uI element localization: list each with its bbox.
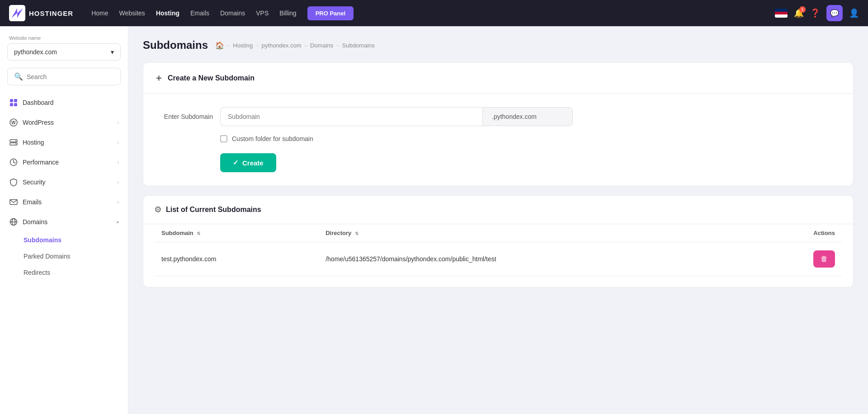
- sort-subdomain-icon[interactable]: ⇅: [197, 231, 200, 236]
- nav-hosting[interactable]: Hosting: [156, 9, 179, 17]
- subdomain-suffix: .pythondex.com: [482, 107, 573, 126]
- cell-subdomain: test.pythondex.com: [154, 242, 318, 276]
- subdomain-input[interactable]: [220, 107, 482, 126]
- cell-directory: /home/u561365257/domains/pythondex.com/p…: [318, 242, 756, 276]
- sidebar-subitem-subdomains[interactable]: Subdomains: [24, 232, 128, 248]
- help-icon[interactable]: ❓: [810, 8, 820, 18]
- delete-button[interactable]: 🗑: [813, 250, 835, 268]
- logo-text: HOSTINGER: [29, 9, 73, 17]
- sidebar-item-domains[interactable]: Domains ▾: [0, 212, 128, 232]
- sidebar-item-label-domains: Domains: [23, 218, 47, 226]
- pro-panel-button[interactable]: PRO Panel: [307, 6, 354, 20]
- checkmark-icon: ✓: [233, 159, 239, 167]
- svg-point-11: [15, 141, 16, 141]
- sidebar-item-performance[interactable]: Performance ›: [0, 152, 128, 172]
- wordpress-icon: W: [9, 118, 18, 127]
- chevron-right-icon-hosting: ›: [118, 140, 119, 145]
- cell-actions: 🗑: [757, 242, 842, 276]
- nav-links: Home Websites Hosting Emails Domains VPS…: [91, 6, 761, 20]
- col-subdomain: Subdomain ⇅: [154, 224, 318, 242]
- page-header: Subdomains 🏠 – Hosting – pythondex.com –…: [143, 39, 854, 52]
- breadcrumb-domains[interactable]: Domains: [310, 42, 333, 49]
- website-name-label: Website name: [0, 35, 128, 41]
- nav-vps[interactable]: VPS: [256, 9, 269, 17]
- subdomains-table: Subdomain ⇅ Directory ⇅ Actions: [154, 224, 842, 276]
- subdomain-label: Enter Subdomain: [154, 113, 213, 120]
- nav-emails[interactable]: Emails: [190, 9, 209, 17]
- table-head: Subdomain ⇅ Directory ⇅ Actions: [154, 224, 842, 242]
- sidebar-item-label-wordpress: WordPress: [23, 119, 54, 126]
- breadcrumb-subdomains[interactable]: Subdomains: [342, 42, 375, 49]
- layout: Website name pythondex.com ▾ 🔍 Dashboard…: [0, 0, 868, 414]
- svg-rect-3: [10, 99, 13, 102]
- sidebar-item-label-hosting: Hosting: [23, 139, 44, 146]
- col-actions: Actions: [757, 224, 842, 242]
- website-selector-value: pythondex.com: [14, 48, 57, 56]
- table-wrapper: Subdomain ⇅ Directory ⇅ Actions: [143, 224, 853, 287]
- list-card-title: List of Current Subdomains: [166, 206, 261, 214]
- sidebar-item-label-security: Security: [23, 179, 46, 186]
- main-content: Subdomains 🏠 – Hosting – pythondex.com –…: [128, 26, 868, 414]
- website-selector[interactable]: pythondex.com ▾: [7, 43, 121, 61]
- nav-right: 🔔 1 ❓ 💬 👤: [775, 5, 859, 21]
- create-subdomain-card: ＋ Create a New Subdomain Enter Subdomain…: [143, 62, 854, 186]
- sidebar-item-security[interactable]: Security ›: [0, 172, 128, 192]
- sidebar-item-hosting[interactable]: Hosting ›: [0, 132, 128, 152]
- nav-domains[interactable]: Domains: [220, 9, 245, 17]
- create-button-label: Create: [242, 159, 264, 167]
- search-icon: 🔍: [14, 72, 23, 81]
- custom-folder-checkbox[interactable]: [220, 135, 227, 142]
- svg-point-12: [15, 144, 16, 145]
- sort-directory-icon[interactable]: ⇅: [355, 231, 359, 236]
- sidebar-item-emails[interactable]: Emails ›: [0, 192, 128, 212]
- list-subdomains-card: ⚙ List of Current Subdomains Subdomain ⇅…: [143, 195, 854, 287]
- subdomain-input-group: .pythondex.com: [220, 107, 573, 126]
- breadcrumb-home-icon[interactable]: 🏠: [215, 41, 224, 50]
- subdomain-form-row: Enter Subdomain .pythondex.com: [154, 107, 842, 126]
- nav-billing[interactable]: Billing: [279, 9, 296, 17]
- sidebar-subitem-redirects[interactable]: Redirects: [24, 264, 128, 281]
- sidebar: Website name pythondex.com ▾ 🔍 Dashboard…: [0, 26, 128, 414]
- performance-icon: [9, 158, 18, 167]
- plus-icon: ＋: [154, 72, 163, 84]
- create-card-body: Enter Subdomain .pythondex.com Custom fo…: [143, 94, 853, 186]
- search-box[interactable]: 🔍: [7, 68, 121, 85]
- notification-badge: 1: [799, 6, 806, 13]
- emails-icon: [9, 198, 18, 207]
- chat-icon[interactable]: 💬: [826, 5, 843, 21]
- logo[interactable]: HOSTINGER: [9, 5, 73, 21]
- nav-websites[interactable]: Websites: [119, 9, 145, 17]
- svg-text:W: W: [11, 120, 16, 125]
- security-icon: [9, 178, 18, 187]
- search-input[interactable]: [27, 73, 114, 80]
- notification-icon[interactable]: 🔔 1: [794, 8, 804, 18]
- domains-icon: [9, 217, 18, 226]
- user-icon[interactable]: 👤: [849, 8, 859, 18]
- nav-home[interactable]: Home: [91, 9, 108, 17]
- flag-icon[interactable]: [775, 9, 788, 18]
- chevron-right-icon-performance: ›: [118, 160, 119, 165]
- table-body: test.pythondex.com /home/u561365257/doma…: [154, 242, 842, 276]
- create-button[interactable]: ✓ Create: [220, 153, 276, 172]
- sidebar-item-label-performance: Performance: [23, 159, 59, 166]
- breadcrumb: 🏠 – Hosting – pythondex.com – Domains – …: [215, 41, 375, 50]
- table-row: test.pythondex.com /home/u561365257/doma…: [154, 242, 842, 276]
- create-card-title: Create a New Subdomain: [168, 74, 255, 82]
- create-card-header: ＋ Create a New Subdomain: [143, 63, 853, 94]
- chevron-right-icon-security: ›: [118, 180, 119, 185]
- sidebar-subitem-parked-domains[interactable]: Parked Domains: [24, 248, 128, 264]
- dashboard-icon: [9, 98, 18, 107]
- custom-folder-label: Custom folder for subdomain: [232, 135, 313, 142]
- hosting-icon: [9, 138, 18, 147]
- gear-icon: ⚙: [154, 205, 161, 215]
- sidebar-item-dashboard[interactable]: Dashboard: [0, 93, 128, 113]
- col-directory: Directory ⇅: [318, 224, 756, 242]
- sidebar-item-wordpress[interactable]: W WordPress ›: [0, 113, 128, 132]
- breadcrumb-domain[interactable]: pythondex.com: [262, 42, 302, 49]
- breadcrumb-hosting[interactable]: Hosting: [233, 42, 253, 49]
- custom-folder-row: Custom folder for subdomain: [154, 135, 842, 142]
- chevron-right-icon: ›: [118, 120, 119, 125]
- svg-rect-4: [14, 99, 17, 102]
- domains-submenu: Subdomains Parked Domains Redirects: [0, 232, 128, 281]
- list-card-header: ⚙ List of Current Subdomains: [143, 196, 853, 224]
